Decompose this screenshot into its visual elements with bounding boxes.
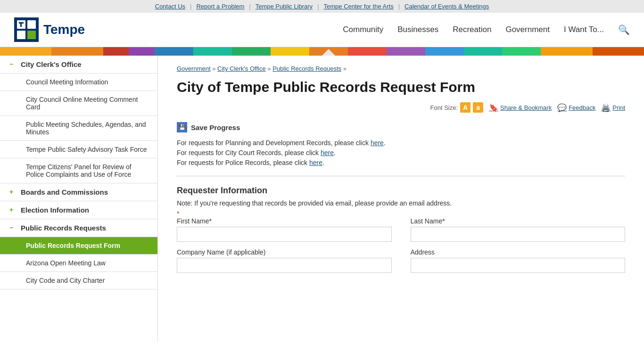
minus-icon-prr: −: [9, 224, 17, 231]
company-name-field: Company Name (if applicable): [177, 248, 392, 273]
share-bookmark-action[interactable]: 🔖 Share & Bookmark: [489, 103, 552, 112]
color-bar: [0, 47, 644, 56]
info-line-2: For requests for City Court Records, ple…: [177, 149, 625, 156]
font-size-label: Font Size:: [430, 104, 458, 111]
first-name-field: First Name*: [177, 217, 392, 242]
plus-icon-boards: +: [9, 188, 17, 196]
print-action[interactable]: 🖨️ Print: [601, 103, 625, 112]
sidebar: − City Clerk's Office Council Meeting In…: [0, 56, 158, 342]
tempe-arts-link[interactable]: Tempe Center for the Arts: [324, 3, 394, 10]
info-line-1: For requests for Planning and Developmen…: [177, 139, 625, 147]
section-note: Note: If you're requesting that records …: [177, 199, 625, 207]
sidebar-item-arizona-open-meeting[interactable]: Arizona Open Meeting Law: [0, 255, 157, 272]
sidebar-item-safety-advisory[interactable]: Tempe Public Safety Advisory Task Force: [0, 141, 157, 158]
logo-text: Tempe: [43, 22, 85, 37]
nav-recreation[interactable]: Recreation: [453, 25, 491, 34]
sidebar-item-city-clerks-office[interactable]: − City Clerk's Office: [0, 56, 157, 74]
nav-businesses[interactable]: Businesses: [397, 25, 438, 34]
page-layout: − City Clerk's Office Council Meeting In…: [0, 56, 644, 342]
sidebar-item-election-info[interactable]: + Election Information: [0, 201, 157, 219]
address-input[interactable]: [411, 258, 626, 273]
section-divider: [177, 176, 625, 176]
planning-records-link[interactable]: here: [371, 139, 384, 147]
save-icon: 💾: [177, 122, 187, 132]
logo-area: Tempe: [14, 17, 85, 42]
page-title: City of Tempe Public Records Request For…: [177, 79, 625, 95]
address-label: Address: [411, 248, 626, 256]
last-name-field: Last Name*: [411, 217, 626, 242]
print-icon: 🖨️: [601, 103, 611, 112]
sidebar-item-public-records-form[interactable]: Public Records Request Form: [0, 237, 157, 255]
sidebar-item-public-meeting-schedules[interactable]: Public Meeting Schedules, Agendas, and M…: [0, 116, 157, 141]
last-name-input[interactable]: [411, 227, 626, 242]
save-progress[interactable]: 💾 Save Progress: [177, 122, 625, 132]
feedback-action[interactable]: 💬 Feedback: [557, 103, 595, 112]
color-bar-triangle: [322, 49, 335, 56]
police-records-link[interactable]: here: [309, 159, 322, 166]
sidebar-item-boards-commissions[interactable]: + Boards and Commissions: [0, 183, 157, 201]
contact-us-link[interactable]: Contact Us: [155, 3, 185, 10]
font-increase-button[interactable]: A: [460, 102, 471, 113]
breadcrumb-government[interactable]: Government: [177, 65, 211, 72]
content-toolbar: Font Size: A a 🔖 Share & Bookmark 💬 Feed…: [177, 102, 625, 113]
breadcrumb-public-records[interactable]: Public Records Requests: [272, 65, 341, 72]
first-name-input[interactable]: [177, 227, 392, 242]
company-name-label: Company Name (if applicable): [177, 248, 392, 256]
font-decrease-button[interactable]: a: [473, 102, 483, 113]
nav-government[interactable]: Government: [505, 25, 550, 34]
utility-bar: Contact Us | Report a Problem | Tempe Pu…: [0, 0, 644, 13]
section-title: Requester Information: [177, 186, 625, 196]
share-icon: 🔖: [489, 103, 498, 112]
svg-rect-6: [20, 22, 22, 27]
tempe-library-link[interactable]: Tempe Public Library: [256, 3, 313, 10]
main-nav: Community Businesses Recreation Governme…: [343, 24, 630, 35]
svg-rect-3: [17, 31, 25, 39]
report-problem-link[interactable]: Report a Problem: [196, 3, 244, 10]
first-name-label: First Name*: [177, 217, 392, 225]
court-records-link[interactable]: here: [321, 149, 334, 156]
feedback-icon: 💬: [557, 103, 567, 112]
sidebar-item-public-records-requests[interactable]: − Public Records Requests: [0, 219, 157, 237]
search-button[interactable]: 🔍: [618, 24, 630, 35]
sidebar-item-council-meeting-info[interactable]: Council Meeting Information: [0, 74, 157, 91]
requester-info-section: Requester Information Note: If you're re…: [177, 186, 625, 217]
main-content: Government » City Clerk's Office » Publi…: [158, 56, 644, 342]
sidebar-item-city-council-online[interactable]: City Council Online Meeting Comment Card: [0, 91, 157, 116]
svg-rect-4: [27, 31, 36, 39]
logo-icon: [14, 17, 39, 42]
address-field: Address: [411, 248, 626, 273]
svg-rect-2: [27, 20, 36, 29]
nav-i-want-to[interactable]: I Want To...: [564, 25, 604, 34]
breadcrumb-city-clerks[interactable]: City Clerk's Office: [217, 65, 266, 72]
info-line-3: For requests for Police Records, please …: [177, 159, 625, 166]
header: Tempe Community Businesses Recreation Go…: [0, 13, 644, 47]
form-row-company-address: Company Name (if applicable) Address: [177, 248, 625, 273]
nav-community[interactable]: Community: [343, 25, 383, 34]
breadcrumb: Government » City Clerk's Office » Publi…: [177, 65, 625, 72]
calendar-link[interactable]: Calendar of Events & Meetings: [405, 3, 489, 10]
plus-icon-election: +: [9, 206, 17, 214]
company-name-input[interactable]: [177, 258, 392, 273]
sidebar-item-citizens-panel[interactable]: Tempe Citizens' Panel for Review of Poli…: [0, 158, 157, 183]
font-size-control: Font Size: A a: [430, 102, 484, 113]
required-indicator: *: [177, 210, 179, 217]
last-name-label: Last Name*: [411, 217, 626, 225]
sidebar-item-city-code-charter[interactable]: City Code and City Charter: [0, 272, 157, 289]
minus-icon: −: [9, 60, 17, 68]
form-row-name: First Name* Last Name*: [177, 217, 625, 242]
